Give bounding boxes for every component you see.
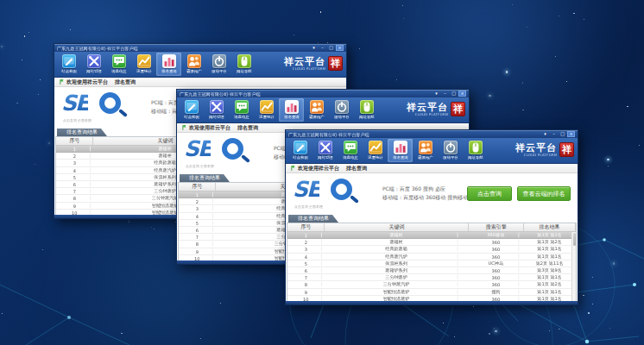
power-circle-icon	[335, 100, 349, 114]
section-title: 排名查询	[346, 165, 367, 172]
table-row[interactable]: 2蒸箱柜360第1页 第2名	[287, 239, 576, 246]
toolbar-item-label: 排名查询	[393, 156, 407, 160]
window-title: 广东九鼎王冠网有限公司-祥云平台客户端	[288, 131, 502, 138]
minimize-button[interactable]: –	[550, 131, 558, 137]
chat-bubble-icon	[235, 100, 249, 114]
scrollbar[interactable]	[571, 232, 576, 301]
toolbar-item-nav[interactable]: 网址导航	[231, 53, 256, 76]
close-icon: ×	[338, 45, 341, 50]
cell-rank: 第1页 第1名	[527, 254, 571, 259]
title-bar: 广东九鼎王冠网有限公司-祥云平台客户端 ▾ – □ ×	[286, 130, 578, 138]
toolbar-item-site-check[interactable]: 站点检测	[179, 98, 204, 122]
toolbar-item-traffic[interactable]: 流量统计	[254, 98, 279, 122]
maximize-button[interactable]: □	[559, 131, 566, 137]
table-row[interactable]: 1蒸箱柜360移动第1页 第1名	[287, 232, 576, 239]
close-button[interactable]: ×	[567, 131, 575, 137]
toolbar-item-label: 网站管理	[86, 70, 101, 73]
line-chart-icon	[260, 100, 274, 114]
cell-no: 5	[290, 260, 322, 266]
brand-subtitle: CLOUD PLATFORM	[292, 66, 325, 70]
toolbar-item-inquiry[interactable]: 询盘信息	[338, 139, 363, 162]
table-row[interactable]: 5保温柜系列UC神马第2页 第11名	[287, 260, 576, 267]
window-title: 广东九鼎王冠网有限公司-祥云平台客户端	[57, 45, 271, 52]
maximize-button[interactable]: □	[327, 45, 335, 51]
toolbar-item-traffic[interactable]: 流量统计	[363, 139, 388, 162]
toolbar-item-label: 询盘信息	[343, 156, 357, 160]
toolbar-item-nav[interactable]: 网址导航	[354, 98, 379, 122]
cell-no: 8	[290, 282, 322, 287]
toolbar-item-inquiry[interactable]: 询盘信息	[106, 53, 131, 76]
cell-no: 3	[181, 206, 213, 211]
table-row[interactable]: 3经典款蒸箱360第1页 第1名	[287, 246, 576, 253]
brand-logo: 祥云平台 CLOUD PLATFORM 祥	[281, 56, 343, 71]
people-icon	[187, 54, 201, 68]
seo-logo-text: SE	[184, 136, 211, 162]
power-circle-icon	[444, 141, 458, 154]
close-button[interactable]: ×	[458, 91, 466, 97]
maximize-button[interactable]: □	[450, 91, 458, 97]
minimize-button[interactable]: –	[319, 45, 326, 51]
result-tab[interactable]: 排名查询结果	[57, 129, 107, 136]
close-icon: ×	[569, 131, 572, 136]
toolbar-item-wechat[interactable]: 微信平台	[206, 53, 231, 76]
cell-no: 2	[59, 154, 91, 159]
cell-engine: 360移动	[473, 233, 520, 238]
result-tab[interactable]: 排名查询结果	[288, 215, 338, 223]
table-row[interactable]: 4经典蒸汽炉360第1页 第1名	[287, 254, 576, 260]
toolbar-item-label: 站点检测	[61, 70, 76, 73]
toolbar-item-ranking[interactable]: 排名查询	[388, 139, 413, 162]
toolbar-item-wechat[interactable]: 微信平台	[438, 139, 463, 162]
title-bar: 广东九鼎王冠网有限公司-祥云平台客户端 ▾ – □ ×	[177, 90, 469, 97]
table-row[interactable]: 8三分钟蒸汽炉360第1页 第2名	[287, 281, 576, 288]
toolbar-item-wechat[interactable]: 微信平台	[329, 98, 354, 122]
toolbar-item-promotion[interactable]: 霸屏推广	[413, 139, 438, 162]
toolbar-item-nav[interactable]: 网址导航	[463, 139, 488, 162]
seo-logo-text: SE	[61, 91, 88, 116]
close-icon: ×	[460, 91, 464, 96]
toolbar-item-traffic[interactable]: 流量统计	[131, 53, 156, 76]
skin-button[interactable]: ▾	[432, 91, 440, 97]
cell-no: 3	[290, 247, 322, 252]
cell-no: 3	[59, 160, 91, 166]
close-button[interactable]: ×	[336, 45, 344, 51]
cell-no: 4	[59, 167, 91, 172]
welcome-text: 欢迎使用祥云平台	[66, 78, 108, 86]
cell-no: 6	[181, 227, 213, 232]
mouse-icon	[237, 54, 251, 68]
chat-bubble-icon	[112, 54, 126, 68]
welcome-text: 欢迎使用祥云平台	[298, 165, 339, 172]
toolbar-item-promotion[interactable]: 霸屏推广	[181, 53, 206, 76]
toolbar-item-promotion[interactable]: 霸屏推广	[304, 98, 329, 122]
view-cloud-rank-button[interactable]: 查看云端的排名	[517, 186, 571, 201]
bar-chart-icon	[285, 100, 299, 114]
result-tab[interactable]: 排名查询结果	[180, 174, 230, 182]
toolbar-item-label: 霸屏推广	[186, 70, 201, 73]
skin-button[interactable]: ▾	[541, 131, 549, 137]
minimize-button[interactable]: –	[441, 91, 449, 97]
cell-engine: 360	[473, 296, 520, 301]
toolbar-item-ranking[interactable]: 排名查询	[279, 98, 304, 122]
table-row[interactable]: 10智能恒温蒸炉360第1页 第1名	[287, 296, 576, 301]
cell-keyword: 蒸箱炉系列	[336, 267, 458, 273]
cell-no: 9	[181, 248, 213, 254]
toolbar-item-site-manage[interactable]: 网站管理	[204, 98, 229, 122]
skin-button[interactable]: ▾	[310, 45, 318, 51]
toolbar-item-site-manage[interactable]: 网站管理	[81, 53, 106, 76]
flag-icon	[60, 79, 64, 85]
scrollbar-thumb[interactable]	[573, 233, 576, 246]
toolbar-item-site-check[interactable]: 站点检测	[287, 139, 313, 162]
table-row[interactable]: 7三分钟蒸炉360第1页 第1名	[287, 274, 576, 281]
brand-name: 祥云平台	[404, 103, 448, 112]
table-row[interactable]: 6蒸箱炉系列360第3页 第9名	[287, 267, 576, 274]
query-button[interactable]: 点击查询	[467, 186, 512, 201]
toolbar-item-label: 微信平台	[212, 70, 226, 73]
table-row[interactable]: 9智能恒温蒸炉搜狗第1页 第1名	[287, 289, 576, 296]
app-window: 广东九鼎王冠网有限公司-祥云平台客户端 ▾ – □ × 站点检测网站管理询盘信息…	[285, 129, 578, 305]
toolbar-item-label: 网站管理	[318, 156, 332, 160]
toolbar-item-ranking[interactable]: 排名查询	[156, 53, 181, 76]
magnifier-icon	[99, 92, 121, 114]
toolbar-item-site-check[interactable]: 站点检测	[56, 53, 81, 76]
toolbar-item-site-manage[interactable]: 网站管理	[313, 139, 338, 162]
cell-engine: 360	[473, 267, 520, 273]
toolbar-item-inquiry[interactable]: 询盘信息	[229, 98, 254, 122]
